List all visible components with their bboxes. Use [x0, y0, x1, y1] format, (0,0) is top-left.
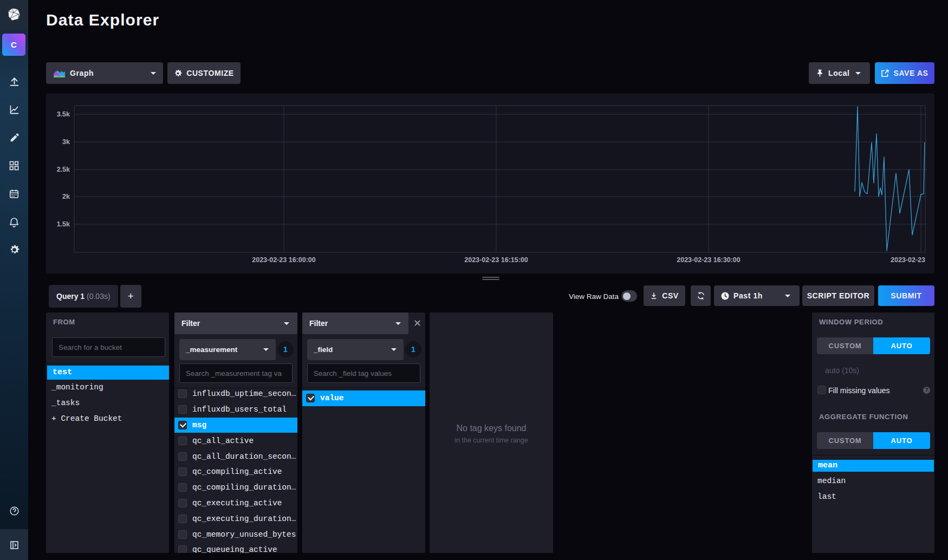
svg-text:2023-02-23: 2023-02-23	[891, 256, 925, 264]
svg-text:3k: 3k	[62, 138, 70, 146]
svg-text:2023-02-23 16:15:00: 2023-02-23 16:15:00	[464, 256, 528, 264]
svg-text:2023-02-23 16:00:00: 2023-02-23 16:00:00	[252, 256, 315, 264]
svg-text:2k: 2k	[62, 193, 70, 200]
svg-text:2.5k: 2.5k	[57, 166, 70, 173]
svg-text:3.5k: 3.5k	[57, 110, 70, 118]
svg-text:2023-02-23 16:30:00: 2023-02-23 16:30:00	[677, 256, 740, 264]
svg-text:1.5k: 1.5k	[57, 220, 70, 228]
